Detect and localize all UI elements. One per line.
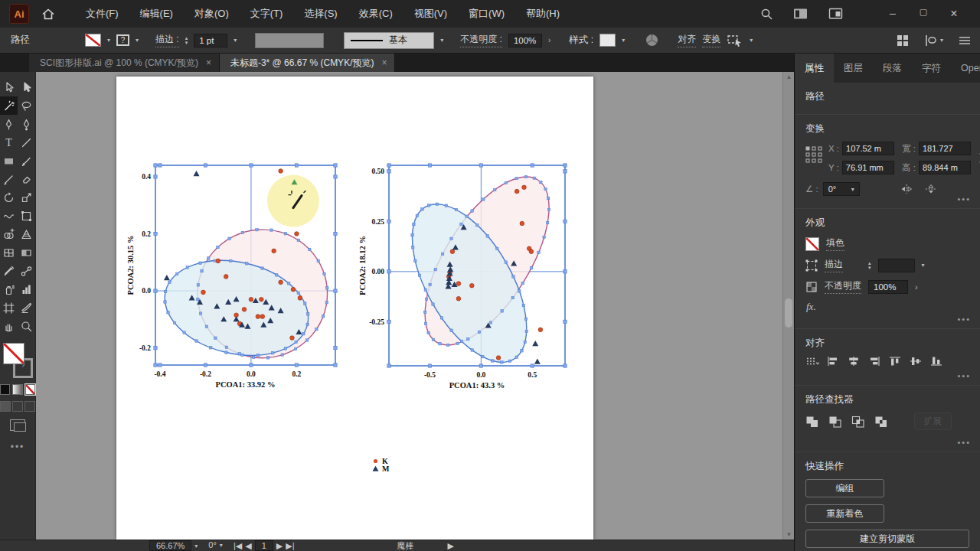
draw-behind-button[interactable] bbox=[12, 401, 23, 412]
anchor-point[interactable] bbox=[164, 301, 166, 303]
frame-handle[interactable] bbox=[295, 164, 298, 167]
rotation-field[interactable]: 0° bbox=[208, 540, 217, 549]
anchor-point[interactable] bbox=[199, 262, 201, 264]
opacity-value-field[interactable]: 100% bbox=[868, 280, 908, 294]
frame-handle[interactable] bbox=[154, 175, 157, 178]
anchor-point[interactable] bbox=[505, 181, 507, 184]
anchor-point[interactable] bbox=[492, 360, 494, 362]
align-right-icon[interactable] bbox=[867, 356, 881, 367]
frame-handle[interactable] bbox=[564, 270, 567, 273]
panel-tab-3[interactable]: 字符 bbox=[912, 54, 951, 83]
data-point-K[interactable] bbox=[249, 297, 253, 302]
anchor-point[interactable] bbox=[521, 350, 523, 352]
data-point-K[interactable] bbox=[201, 290, 206, 295]
brush-dropdown-icon[interactable]: ▾ bbox=[440, 37, 443, 44]
anchor-point[interactable] bbox=[317, 259, 319, 262]
selection-tool[interactable] bbox=[0, 78, 18, 96]
data-point-K[interactable] bbox=[496, 356, 501, 360]
tab-close-icon[interactable]: × bbox=[381, 57, 387, 68]
anchor-point[interactable] bbox=[195, 340, 198, 342]
anchor-point[interactable] bbox=[440, 317, 443, 319]
direct-selection-tool[interactable] bbox=[18, 78, 35, 96]
anchor-point[interactable] bbox=[241, 231, 243, 233]
align-center-vertical-icon[interactable] bbox=[909, 356, 923, 367]
data-point-K[interactable] bbox=[456, 282, 461, 286]
style-swatch[interactable] bbox=[599, 34, 616, 47]
paintbrush-tool[interactable] bbox=[18, 152, 35, 170]
data-point-K[interactable] bbox=[272, 249, 276, 253]
anchor-point[interactable] bbox=[201, 269, 203, 272]
stroke-value-dropdown[interactable]: ▾ bbox=[922, 262, 925, 269]
anchor-point[interactable] bbox=[325, 301, 328, 303]
frame-handle[interactable] bbox=[428, 364, 431, 367]
draw-normal-button[interactable] bbox=[0, 401, 11, 412]
anchor-point[interactable] bbox=[230, 259, 232, 262]
anchor-point[interactable] bbox=[508, 360, 511, 362]
anchor-point[interactable] bbox=[425, 298, 427, 300]
minimize-button[interactable]: – bbox=[877, 7, 908, 21]
eraser-tool[interactable] bbox=[18, 170, 35, 188]
anchor-point[interactable] bbox=[521, 282, 524, 284]
menu-item-4[interactable]: 选择(S) bbox=[295, 4, 346, 24]
zoom-level-field[interactable]: 66.67% bbox=[149, 540, 191, 551]
lasso-tool[interactable] bbox=[18, 96, 35, 115]
frame-handle[interactable] bbox=[564, 220, 567, 223]
gradient-button[interactable] bbox=[12, 384, 22, 395]
pathfinder-exclude-icon[interactable] bbox=[874, 416, 887, 428]
anchor-point[interactable] bbox=[429, 283, 431, 285]
magic-wand-tool[interactable] bbox=[0, 96, 18, 115]
anchor-point[interactable] bbox=[246, 262, 248, 265]
anchor-point[interactable] bbox=[537, 251, 540, 253]
group-button[interactable]: 编组 bbox=[805, 479, 884, 497]
style-dropdown-icon[interactable]: ▾ bbox=[622, 37, 625, 44]
data-point-K[interactable] bbox=[522, 185, 527, 190]
anchor-point[interactable] bbox=[432, 303, 434, 305]
anchor-point[interactable] bbox=[168, 281, 171, 283]
fill-dropdown-icon[interactable]: ▾ bbox=[107, 37, 110, 44]
anchor-point[interactable] bbox=[524, 318, 527, 320]
data-point-M[interactable] bbox=[532, 341, 538, 346]
anchor-point[interactable] bbox=[418, 274, 420, 276]
first-artboard-icon[interactable]: |◀ bbox=[234, 541, 242, 551]
hand-tool[interactable] bbox=[0, 317, 18, 335]
edit-toolbar-button[interactable]: ••• bbox=[0, 442, 35, 452]
anchor-point[interactable] bbox=[522, 304, 524, 306]
anchor-point[interactable] bbox=[309, 248, 311, 250]
anchor-point[interactable] bbox=[175, 272, 178, 275]
frame-handle[interactable] bbox=[387, 270, 390, 273]
shape-builder-tool[interactable] bbox=[0, 225, 18, 243]
fill-swatch[interactable] bbox=[805, 237, 819, 251]
anchor-point[interactable] bbox=[515, 356, 518, 358]
type-tool[interactable]: T bbox=[0, 133, 18, 152]
search-icon[interactable] bbox=[760, 8, 773, 21]
data-point-K[interactable] bbox=[216, 259, 220, 263]
anchor-point[interactable] bbox=[305, 339, 308, 341]
frame-handle[interactable] bbox=[428, 164, 431, 167]
color-button[interactable] bbox=[0, 384, 10, 395]
stroke-color-swatch[interactable]: ? bbox=[116, 34, 129, 46]
free-transform-tool[interactable] bbox=[18, 207, 35, 225]
data-point-K[interactable] bbox=[514, 189, 519, 194]
stroke-weight-stepper[interactable]: ▴▾ bbox=[185, 36, 188, 45]
frame-handle[interactable] bbox=[154, 232, 157, 235]
anchor-point[interactable] bbox=[413, 223, 415, 225]
anchor-point[interactable] bbox=[530, 266, 532, 269]
anchor-point[interactable] bbox=[297, 292, 299, 294]
anchor-point[interactable] bbox=[217, 246, 219, 248]
anchor-point[interactable] bbox=[326, 287, 328, 289]
anchor-point[interactable] bbox=[307, 313, 309, 315]
frame-handle[interactable] bbox=[295, 364, 298, 367]
pathfinder-unite-icon[interactable] bbox=[805, 416, 818, 428]
zoom-dropdown-icon[interactable]: ▾ bbox=[194, 543, 198, 549]
anchor-point[interactable] bbox=[197, 298, 199, 300]
data-point-K[interactable] bbox=[279, 169, 283, 174]
y-field[interactable]: 76.91 mm bbox=[842, 161, 894, 174]
data-point-K[interactable] bbox=[279, 280, 283, 285]
anchor-point[interactable] bbox=[414, 259, 416, 262]
align-bottom-icon[interactable] bbox=[929, 356, 943, 367]
fill-color-swatch[interactable] bbox=[85, 34, 101, 47]
rectangle-tool[interactable] bbox=[0, 152, 18, 170]
width-profile-dropdown[interactable] bbox=[255, 33, 324, 48]
fx-button[interactable]: fx. bbox=[806, 301, 969, 313]
panel-tab-0[interactable]: 属性 bbox=[795, 54, 834, 83]
